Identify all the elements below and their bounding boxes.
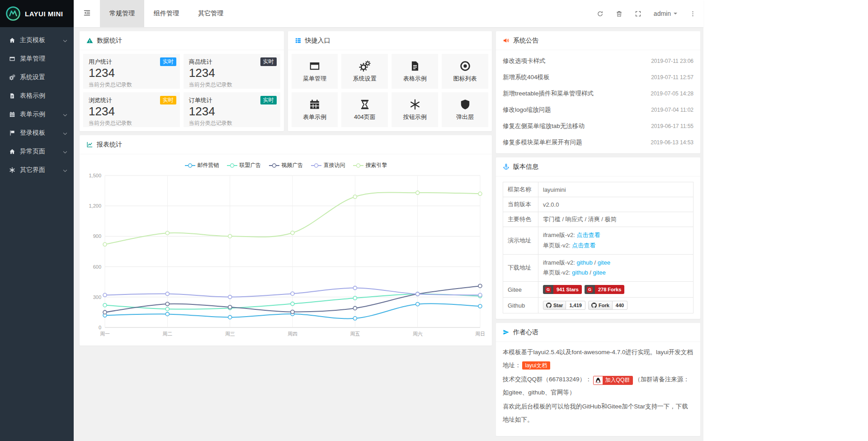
author-paragraph: 技术交流QQ群（667813249）：加入QQ群（加群请备注来源：如gitee、… <box>503 373 693 399</box>
more-menu[interactable] <box>689 10 696 17</box>
quick-entry-6[interactable]: 按钮示例 <box>392 92 438 127</box>
sidebar-item-6[interactable]: 异常页面 <box>0 142 74 161</box>
quick-title: 快捷入口 <box>305 37 330 45</box>
sidebar-item-4[interactable]: 表单示例 <box>0 105 74 123</box>
quick-entry-5[interactable]: 404页面 <box>341 92 388 127</box>
sidebar-toggle-button[interactable] <box>74 0 100 27</box>
svg-text:1,200: 1,200 <box>89 203 101 209</box>
gitee-logo-icon: G <box>587 287 593 293</box>
caret-down-icon <box>674 13 677 16</box>
cogs-icon <box>359 60 371 72</box>
legend-item-0[interactable]: 邮件营销 <box>184 161 219 169</box>
sidebar-item-3[interactable]: 表格示例 <box>0 86 74 105</box>
shield-icon <box>459 99 471 110</box>
svg-text:周二: 周二 <box>162 331 172 337</box>
version-link[interactable]: gitee <box>598 259 610 266</box>
legend-marker-icon <box>226 163 238 168</box>
left-column: 数据统计 用户统计 实时 1234 当前分类总记录数 商品统计 实时 1234 … <box>80 31 492 350</box>
sidebar-item-5[interactable]: 登录模板 <box>0 123 74 142</box>
quick-entry-label: 404页面 <box>354 113 376 121</box>
stat-desc: 当前分类总记录数 <box>89 81 175 89</box>
user-name: admin <box>654 10 671 17</box>
author-panel-header: 作者心语 <box>496 323 700 342</box>
refresh-icon[interactable] <box>597 10 604 17</box>
stat-value: 1234 <box>189 66 275 80</box>
sidebar-item-7[interactable]: 其它界面 <box>0 161 74 179</box>
version-row-2: 主要特色零门槛 / 响应式 / 清爽 / 极简 <box>503 212 693 227</box>
chevron-down-icon <box>63 38 67 42</box>
notice-date: 2019-07-04 11:02 <box>651 107 693 113</box>
version-row-label: 主要特色 <box>503 212 538 227</box>
notice-text: 修改logo缩放问题 <box>503 106 551 114</box>
fullscreen-icon[interactable] <box>635 10 642 17</box>
chevron-down-icon <box>63 168 67 171</box>
github-icon <box>591 303 597 308</box>
tab-2[interactable]: 其它管理 <box>189 0 233 27</box>
version-row-6: GithubStar1,419Fork440 <box>503 298 693 313</box>
quick-entry-label: 图标列表 <box>453 75 477 83</box>
version-link[interactable]: github <box>572 269 588 276</box>
quick-entry-7[interactable]: 弹出层 <box>442 92 488 127</box>
legend-marker-icon <box>269 163 280 168</box>
version-row-label: Github <box>503 298 538 313</box>
author-title: 作者心语 <box>513 328 538 337</box>
quick-entry-1[interactable]: 系统设置 <box>341 54 388 89</box>
svg-text:600: 600 <box>93 264 101 270</box>
github-badge[interactable]: Fork440 <box>588 301 627 310</box>
svg-text:1,500: 1,500 <box>89 173 101 178</box>
version-text: 单页版-v2: <box>543 269 572 276</box>
trash-icon[interactable] <box>616 10 623 17</box>
anchor-icon <box>503 163 509 170</box>
topbar: 常规管理组件管理其它管理 admin <box>74 0 703 27</box>
stat-card-3: 订单统计 实时 1234 当前分类总记录数 <box>184 92 280 127</box>
sidebar-item-2[interactable]: 系统设置 <box>0 68 74 86</box>
version-title: 版本信息 <box>513 163 538 171</box>
legend-item-3[interactable]: 直接访问 <box>311 161 345 169</box>
stat-label: 商品统计 <box>189 58 212 65</box>
github-badge[interactable]: Star1,419 <box>543 301 585 310</box>
gitee-badge[interactable]: G941 Stars <box>543 285 582 294</box>
tab-0[interactable]: 常规管理 <box>100 0 144 27</box>
stats-cards: 用户统计 实时 1234 当前分类总记录数 商品统计 实时 1234 当前分类总… <box>80 50 284 131</box>
sidebar: LAYUI MINI 主页模板 菜单管理 系统设置 表格示例 表单示例 登录模板… <box>0 0 74 441</box>
notice-panel: 系统公告 修改选项卡样式 2019-07-11 23:06 新增系统404模板 … <box>496 31 700 153</box>
version-link[interactable]: 点击查看 <box>576 232 600 238</box>
version-row-0: 框架名称layuimini <box>503 182 693 197</box>
quick-panel: 快捷入口 菜单管理 系统设置 表格示例 图标列表 表单示例 404页面 按钮示例… <box>288 31 492 131</box>
svg-text:周一: 周一 <box>100 331 110 337</box>
version-table: 框架名称layuimini当前版本v2.0.0主要特色零门槛 / 响应式 / 清… <box>503 182 693 313</box>
notice-date: 2019-06-13 14:53 <box>651 139 693 146</box>
legend-item-2[interactable]: 视频广告 <box>269 161 303 169</box>
layui-doc-badge[interactable]: layui文档 <box>522 361 551 370</box>
version-link[interactable]: gitee <box>593 269 606 276</box>
quick-entry-4[interactable]: 表单示例 <box>292 92 338 127</box>
tab-1[interactable]: 组件管理 <box>144 0 189 27</box>
user-menu[interactable]: admin <box>654 10 677 17</box>
report-chart: 03006009001,2001,500周一周二周三周四周五周六周日 <box>84 171 487 342</box>
qq-icon <box>594 376 603 384</box>
cogs-icon <box>9 74 15 81</box>
home-icon <box>9 37 15 43</box>
notice-item-4: 修复左侧菜单缩放tab无法移动 2019-06-17 11:55 <box>503 118 693 134</box>
svg-text:300: 300 <box>93 294 101 300</box>
author-paragraph: 喜欢此后台模板的可以给我的GitHub和Gitee加个Star支持一下，下载地址… <box>503 400 693 426</box>
version-link[interactable]: github <box>576 259 592 266</box>
sidebar-item-label: 主页模板 <box>20 36 64 44</box>
calendar-icon <box>309 99 321 110</box>
legend-item-1[interactable]: 联盟广告 <box>226 161 261 169</box>
legend-item-4[interactable]: 搜索引擎 <box>353 161 387 169</box>
quick-entry-2[interactable]: 表格示例 <box>392 54 438 89</box>
stat-card-1: 商品统计 实时 1234 当前分类总记录数 <box>184 54 280 89</box>
gitee-badge[interactable]: G278 Forks <box>585 285 624 294</box>
outdent-icon <box>83 9 91 19</box>
version-value: v2.0.0 <box>543 201 559 208</box>
sidebar-item-1[interactable]: 菜单管理 <box>0 49 74 68</box>
stat-badge: 实时 <box>160 96 176 104</box>
sidebar-item-0[interactable]: 主页模板 <box>0 31 74 49</box>
join-qq-badge[interactable]: 加入QQ群 <box>593 376 633 385</box>
sidebar-item-label: 异常页面 <box>20 147 64 156</box>
report-panel: 报表统计 邮件营销 联盟广告 视频广告 直接访问 搜索引擎 0300600900… <box>80 135 492 346</box>
version-link[interactable]: 点击查看 <box>572 242 595 249</box>
quick-entry-0[interactable]: 菜单管理 <box>292 54 338 89</box>
quick-entry-3[interactable]: 图标列表 <box>442 54 488 89</box>
